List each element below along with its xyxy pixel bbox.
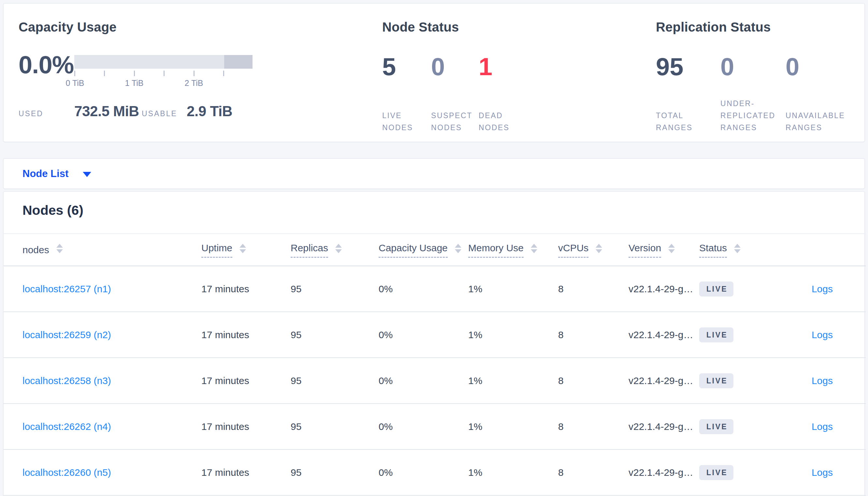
column-header-nodes[interactable]: nodes xyxy=(23,244,63,256)
vcpus-cell: 8 xyxy=(558,312,629,358)
sort-icon[interactable] xyxy=(239,244,246,253)
memory-use-cell: 1% xyxy=(468,266,558,312)
nodes-table: nodes Uptime Replicas Capacity Usage Mem… xyxy=(4,233,866,496)
status-badge: LIVE xyxy=(699,327,733,342)
capacity-usage-cell: 0% xyxy=(379,404,468,449)
status-badge: LIVE xyxy=(699,281,733,296)
table-row: localhost:26257 (n1) 17 minutes 95 0% 1%… xyxy=(4,266,866,312)
capacity-axis-ticks xyxy=(74,70,253,77)
column-header-memory-use[interactable]: Memory Use xyxy=(468,242,537,258)
version-cell: v22.1.4-29-g… xyxy=(629,266,699,312)
cluster-summary-card: Capacity Usage 0.0% 0 TiB 1 TiB xyxy=(3,3,865,142)
logs-link[interactable]: Logs xyxy=(812,283,833,294)
node-status-section: Node Status 5 0 1 LIVE NODES SUSPECT NOD… xyxy=(382,19,656,142)
capacity-bar-track xyxy=(74,55,253,69)
tick-label-1tib: 1 TiB xyxy=(125,78,144,88)
sort-icon[interactable] xyxy=(455,244,461,253)
sort-icon[interactable] xyxy=(56,244,63,253)
table-row: localhost:26259 (n2) 17 minutes 95 0% 1%… xyxy=(4,312,866,358)
dead-nodes-value: 1 xyxy=(479,55,656,79)
uptime-cell: 17 minutes xyxy=(201,449,290,495)
capacity-bar-nonusable-segment xyxy=(224,55,253,69)
under-replicated-ranges-label: UNDER-REPLICATED RANGES xyxy=(720,98,785,134)
used-value: 732.5 MiB xyxy=(74,103,142,120)
node-list-dropdown[interactable]: Node List xyxy=(23,168,91,180)
tick-label-0tib: 0 TiB xyxy=(66,78,85,88)
column-header-status[interactable]: Status xyxy=(699,242,740,258)
column-header-vcpus[interactable]: vCPUs xyxy=(558,242,602,258)
node-status-values: 5 0 1 xyxy=(382,55,656,79)
under-replicated-ranges-value: 0 xyxy=(720,55,785,79)
sort-icon[interactable] xyxy=(335,244,342,253)
vcpus-cell: 8 xyxy=(558,358,629,404)
version-cell: v22.1.4-29-g… xyxy=(629,449,699,495)
status-badge: LIVE xyxy=(699,465,733,480)
dead-nodes-label: DEAD NODES xyxy=(479,110,518,134)
live-nodes-label: LIVE NODES xyxy=(382,110,421,134)
node-list-dropdown-label: Node List xyxy=(23,168,69,180)
node-link[interactable]: localhost:26259 (n2) xyxy=(23,329,111,340)
replicas-cell: 95 xyxy=(290,312,379,358)
table-row: localhost:26262 (n4) 17 minutes 95 0% 1%… xyxy=(4,404,866,449)
uptime-cell: 17 minutes xyxy=(201,266,290,312)
memory-use-cell: 1% xyxy=(468,449,558,495)
unavailable-ranges-label: UNAVAILABLE RANGES xyxy=(785,110,856,134)
node-link[interactable]: localhost:26257 (n1) xyxy=(23,283,111,294)
uptime-cell: 17 minutes xyxy=(201,358,290,404)
version-cell: v22.1.4-29-g… xyxy=(629,404,699,449)
capacity-usage-cell: 0% xyxy=(379,312,468,358)
capacity-usage-cell: 0% xyxy=(379,449,468,495)
nodes-section-title: Nodes (6) xyxy=(4,202,864,218)
vcpus-cell: 8 xyxy=(558,404,629,449)
uptime-cell: 17 minutes xyxy=(201,312,290,358)
live-nodes-value: 5 xyxy=(382,55,431,79)
capacity-usage-title: Capacity Usage xyxy=(18,19,382,35)
nodes-table-card: Nodes (6) nodes Uptime Replicas Capacity… xyxy=(3,191,865,496)
logs-link[interactable]: Logs xyxy=(812,329,833,340)
node-link[interactable]: localhost:26260 (n5) xyxy=(23,467,111,478)
replicas-cell: 95 xyxy=(290,358,379,404)
node-link[interactable]: localhost:26258 (n3) xyxy=(23,375,111,386)
logs-link[interactable]: Logs xyxy=(812,467,833,478)
replication-status-title: Replication Status xyxy=(656,19,864,35)
memory-use-cell: 1% xyxy=(468,312,558,358)
capacity-stats: USED 732.5 MiB USABLE 2.9 TiB xyxy=(18,103,382,120)
suspect-nodes-value: 0 xyxy=(431,55,479,79)
replicas-cell: 95 xyxy=(290,266,379,312)
suspect-nodes-label: SUSPECT NODES xyxy=(431,110,475,134)
logs-link[interactable]: Logs xyxy=(812,375,833,386)
version-cell: v22.1.4-29-g… xyxy=(629,312,699,358)
view-selector-card: Node List xyxy=(3,158,865,189)
vcpus-cell: 8 xyxy=(558,266,629,312)
usable-label: USABLE xyxy=(142,109,187,118)
node-status-labels: LIVE NODES SUSPECT NODES DEAD NODES xyxy=(382,98,656,134)
capacity-bar: 0 TiB 1 TiB 2 TiB xyxy=(74,55,253,89)
table-row: localhost:26258 (n3) 17 minutes 95 0% 1%… xyxy=(4,358,866,404)
replicas-cell: 95 xyxy=(290,449,379,495)
node-link[interactable]: localhost:26262 (n4) xyxy=(23,421,111,432)
status-badge: LIVE xyxy=(699,373,733,388)
used-label: USED xyxy=(18,109,74,118)
sort-icon[interactable] xyxy=(531,244,537,253)
total-ranges-label: TOTAL RANGES xyxy=(656,110,700,134)
caret-down-icon xyxy=(83,172,91,177)
logs-link[interactable]: Logs xyxy=(812,421,833,432)
column-header-capacity-usage[interactable]: Capacity Usage xyxy=(379,242,461,258)
column-header-version[interactable]: Version xyxy=(629,242,675,258)
memory-use-cell: 1% xyxy=(468,358,558,404)
replication-labels: TOTAL RANGES UNDER-REPLICATED RANGES UNA… xyxy=(656,98,864,134)
capacity-axis-labels: 0 TiB 1 TiB 2 TiB xyxy=(74,78,253,89)
sort-icon[interactable] xyxy=(596,244,602,253)
replication-status-section: Replication Status 95 0 0 TOTAL RANGES U… xyxy=(656,19,864,142)
replicas-cell: 95 xyxy=(290,404,379,449)
capacity-usage-cell: 0% xyxy=(379,266,468,312)
replication-values: 95 0 0 xyxy=(656,55,864,79)
sort-icon[interactable] xyxy=(668,244,675,253)
column-header-replicas[interactable]: Replicas xyxy=(290,242,342,258)
column-header-uptime[interactable]: Uptime xyxy=(201,242,246,258)
unavailable-ranges-value: 0 xyxy=(785,55,864,79)
table-row: localhost:26260 (n5) 17 minutes 95 0% 1%… xyxy=(4,449,866,495)
sort-icon[interactable] xyxy=(734,244,740,253)
total-ranges-value: 95 xyxy=(656,55,720,79)
version-cell: v22.1.4-29-g… xyxy=(629,358,699,404)
